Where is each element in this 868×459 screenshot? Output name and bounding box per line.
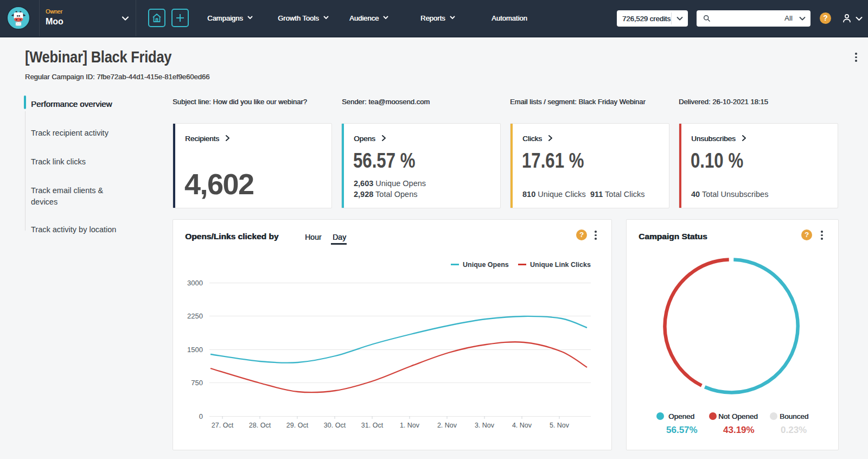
svg-text:2250: 2250: [187, 312, 203, 320]
svg-text:0: 0: [199, 412, 203, 420]
svg-text:30. Oct: 30. Oct: [324, 422, 346, 429]
svg-text:29. Oct: 29. Oct: [286, 422, 309, 429]
svg-text:Unique Opens: Unique Opens: [463, 261, 509, 269]
svg-text:4. Nov: 4. Nov: [512, 422, 532, 429]
svg-text:28. Oct: 28. Oct: [249, 422, 271, 429]
svg-text:3000: 3000: [187, 279, 203, 287]
svg-text:27. Oct: 27. Oct: [212, 422, 234, 429]
svg-text:2. Nov: 2. Nov: [437, 422, 457, 429]
svg-text:1500: 1500: [187, 346, 203, 354]
svg-text:3. Nov: 3. Nov: [475, 422, 495, 429]
svg-text:31. Oct: 31. Oct: [361, 422, 384, 429]
svg-text:Unique Link Clicks: Unique Link Clicks: [530, 261, 591, 269]
svg-text:5. Nov: 5. Nov: [550, 422, 570, 429]
svg-text:750: 750: [191, 379, 203, 387]
svg-text:1. Nov: 1. Nov: [400, 422, 420, 429]
